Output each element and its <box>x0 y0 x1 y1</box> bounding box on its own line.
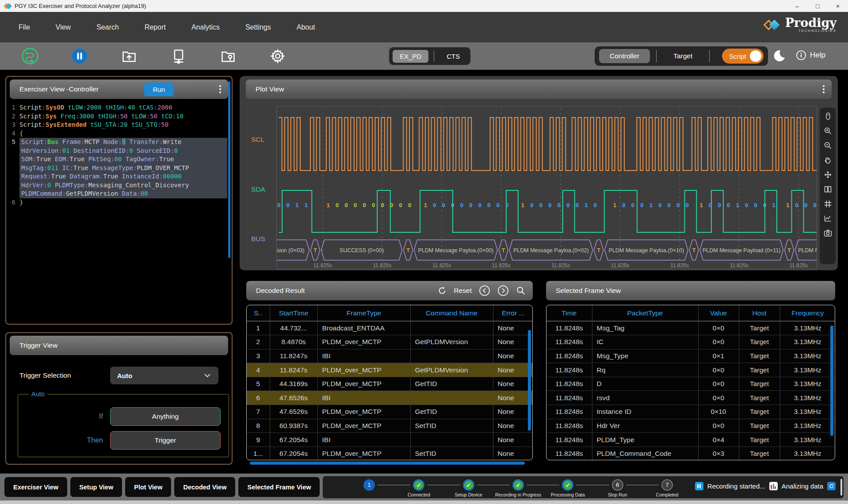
bus-frame[interactable]: PLDM Message Payloa.(0×10) <box>605 240 688 260</box>
menu-item-view[interactable]: View <box>56 23 71 31</box>
bus-frame[interactable]: PLDM Message Payloa.(0×02) <box>509 240 592 260</box>
mode-cts[interactable]: CTS <box>439 50 467 63</box>
table-row[interactable]: 647.6526sIBINone <box>247 391 533 405</box>
table-row[interactable]: 967.2054sIBINone <box>247 433 533 447</box>
bus-frame[interactable]: ersion (0×03) <box>277 240 309 260</box>
table-row[interactable]: 11.8248sMsg_Type0×1Target3.13MHz <box>546 349 835 363</box>
menu-item-search[interactable]: Search <box>96 23 119 31</box>
table-row[interactable]: 28.4870sPLDM_over_MCTPGetPLDMVersionNone <box>247 335 533 349</box>
table-cell: 5 <box>247 377 270 391</box>
exerciser-kebab-menu-icon[interactable] <box>219 85 221 93</box>
search-icon[interactable] <box>516 286 526 296</box>
zoom-in-icon[interactable] <box>822 125 833 136</box>
bus-frame[interactable]: T <box>499 240 508 260</box>
column-header[interactable]: Host <box>739 305 780 321</box>
reset-label[interactable]: Reset <box>454 287 472 295</box>
run-button[interactable]: Run <box>144 83 174 96</box>
hand-pan-icon[interactable] <box>822 154 833 166</box>
column-header[interactable]: Error ... <box>493 305 533 321</box>
menu-item-report[interactable]: Report <box>145 23 166 31</box>
waveform-canvas[interactable]: 11.825s11.825s11.825s11.825s11.825s11.82… <box>276 106 817 269</box>
settings-gear-icon[interactable] <box>269 47 286 65</box>
table-row[interactable]: 11.8248sMsg_Tag0×0Target3.13MHz <box>546 321 835 335</box>
table-row[interactable]: 411.8247sPLDM_over_MCTPGetPLDMVersionNon… <box>247 363 533 377</box>
column-header[interactable]: S.. <box>247 305 270 321</box>
then-action-button[interactable]: Trigger <box>110 431 221 450</box>
table-row[interactable]: 11.8248sPLDM_Command_Code0×3Target3.13MH… <box>546 447 835 460</box>
mode-ex-pd[interactable]: EX_PD <box>393 50 428 63</box>
zoom-out-icon[interactable] <box>822 140 833 151</box>
column-header[interactable]: Frequency <box>780 305 835 321</box>
trigger-selection-dropdown[interactable]: Auto <box>110 367 218 384</box>
table-row[interactable]: 860.9387sPLDM_over_MCTPSetTIDNone <box>247 419 533 433</box>
dark-mode-moon-icon[interactable] <box>773 49 786 64</box>
table-row[interactable]: 11.8248sHdr Ver0×0Target3.13MHz <box>546 419 835 433</box>
editor-scrollbar[interactable] <box>228 81 230 258</box>
column-header[interactable]: Value <box>698 305 739 321</box>
column-header[interactable]: Time <box>546 305 592 321</box>
bus-frame[interactable]: PLDM Message Payload (0×11) <box>700 240 783 260</box>
menu-item-file[interactable]: File <box>19 23 30 31</box>
column-header[interactable]: FrameType <box>317 305 410 321</box>
decoded-vertical-scrollbar[interactable] <box>528 330 531 431</box>
trend-chart-icon[interactable] <box>822 212 833 224</box>
if-condition-button[interactable]: Anything <box>110 407 221 426</box>
tab-setup-view[interactable]: Setup View <box>70 477 122 497</box>
bus-frame[interactable]: PLDM Message Payloa.(0×00) <box>414 240 497 260</box>
plot-kebab-menu-icon[interactable] <box>823 85 825 93</box>
table-row[interactable]: 11.8248srsvd0×0Target3.13MHz <box>546 391 835 405</box>
table-row[interactable]: 11.8248sD0×0Target3.13MHz <box>546 377 835 391</box>
menu-item-about[interactable]: About <box>297 23 315 31</box>
mouse-icon[interactable] <box>822 110 833 122</box>
table-row[interactable]: 544.3169sPLDM_over_MCTPGetTIDNone <box>247 377 533 391</box>
bus-frame[interactable]: T <box>594 240 603 260</box>
column-header[interactable]: Command Name <box>410 305 493 321</box>
next-arrow-icon[interactable] <box>497 285 509 296</box>
table-row[interactable]: 1...67.2054sPLDM_over_MCTPSetTIDNone <box>247 447 533 460</box>
flow-run-icon[interactable] <box>21 47 39 65</box>
folder-location-icon[interactable] <box>219 47 237 65</box>
code-token: : <box>66 155 69 163</box>
help-button[interactable]: Help <box>796 50 825 61</box>
table-row[interactable]: 144.732...Broadcast_ENTDAANone <box>247 321 533 335</box>
table-row[interactable]: 11.8248sPLDM_Type0×4Target3.13MHz <box>546 433 835 447</box>
bus-frame[interactable]: T <box>310 240 320 260</box>
tab-exerciser-view[interactable]: Exerciser View <box>4 477 67 497</box>
grid-icon[interactable] <box>822 198 833 209</box>
table-row[interactable]: 11.8248sIC0×0Target3.13MHz <box>546 335 835 349</box>
menu-item-settings[interactable]: Settings <box>245 23 271 31</box>
bus-frame[interactable]: T <box>689 240 699 260</box>
script-editor[interactable]: 1Script:SysOD tLOW:2000 tHIGH:40 tCAS:20… <box>6 103 232 207</box>
tab-decoded-view[interactable]: Decoded View <box>174 477 235 497</box>
selected-frame-vertical-scrollbar[interactable] <box>830 326 833 436</box>
maximize-button[interactable]: □ <box>807 3 828 10</box>
script-toggle[interactable]: Script <box>722 49 763 64</box>
dock-scrollbar[interactable] <box>840 479 842 496</box>
role-controller[interactable]: Controller <box>599 49 650 63</box>
move-icon[interactable] <box>822 169 833 180</box>
column-header[interactable]: StartTime <box>270 305 317 321</box>
table-row[interactable]: 311.8247sIBINone <box>247 349 533 363</box>
folder-export-icon[interactable] <box>120 47 138 65</box>
tab-selected-frame-view[interactable]: Selected Frame View <box>238 477 320 497</box>
column-header[interactable]: PacketType <box>592 305 698 321</box>
bus-frame[interactable]: SUCCESS (0×00) <box>321 240 402 260</box>
close-button[interactable]: × <box>828 3 848 10</box>
pause-icon[interactable] <box>71 47 88 65</box>
tab-plot-view[interactable]: Plot View <box>125 477 171 497</box>
bus-frame[interactable]: T <box>403 240 413 260</box>
role-target[interactable]: Target <box>663 49 703 63</box>
device-monitor-icon[interactable] <box>170 47 187 65</box>
minimize-button[interactable]: – <box>787 3 807 10</box>
menu-item-analytics[interactable]: Analytics <box>191 23 220 31</box>
table-row[interactable]: 11.8248sInstance ID0×10Target3.13MHz <box>546 405 835 419</box>
decoded-horizontal-scrollbar[interactable] <box>250 462 525 465</box>
prev-arrow-icon[interactable] <box>479 285 490 296</box>
camera-snapshot-icon[interactable] <box>822 227 833 239</box>
compare-columns-icon[interactable] <box>822 183 833 195</box>
refresh-icon[interactable] <box>437 286 447 296</box>
bus-frame[interactable]: T <box>784 240 794 260</box>
table-row[interactable]: 11.8248sRq0×0Target3.13MHz <box>546 363 835 377</box>
bus-frame[interactable]: PLDM Messag <box>795 240 817 260</box>
table-row[interactable]: 747.6526sPLDM_over_MCTPGetTIDNone <box>247 405 533 419</box>
